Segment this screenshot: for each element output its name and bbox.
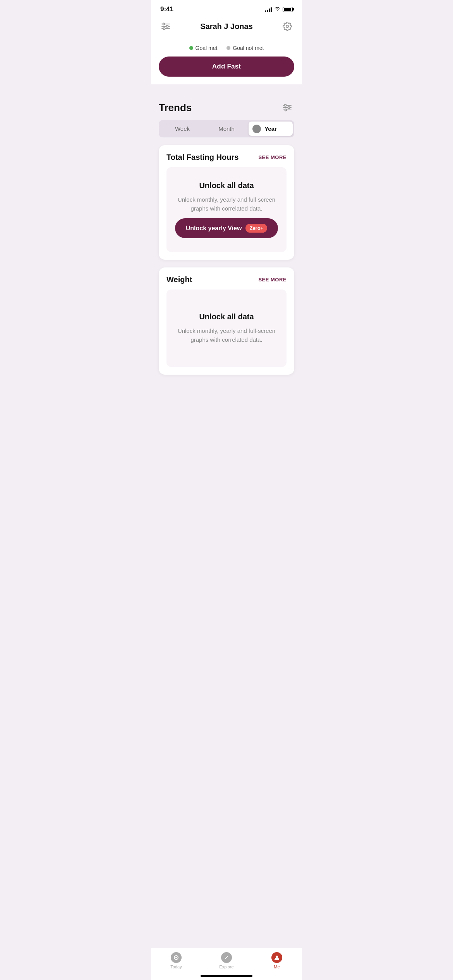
svg-point-4: [166, 26, 168, 27]
weight-card: Weight SEE MORE Unlock all data Unlock m…: [159, 267, 294, 375]
trends-section: Trends Week Month: [151, 93, 302, 375]
filter-icon[interactable]: [159, 19, 173, 33]
goal-met-dot: [189, 46, 193, 50]
tab-month[interactable]: Month: [204, 122, 249, 136]
unlock-btn-label: Unlock yearly View: [186, 225, 242, 232]
total-fasting-unlock-title: Unlock all data: [199, 181, 254, 190]
trends-title: Trends: [159, 102, 192, 114]
goal-met-label: Goal met: [196, 45, 218, 51]
svg-point-9: [285, 105, 287, 106]
status-bar: 9:41: [151, 0, 302, 16]
trends-filter-icon[interactable]: [280, 101, 294, 115]
tab-active-indicator: [252, 125, 261, 133]
tab-year[interactable]: Year: [249, 122, 293, 136]
weight-see-more[interactable]: SEE MORE: [258, 277, 287, 283]
total-fasting-unlock-panel: Unlock all data Unlock monthly, yearly a…: [166, 167, 287, 252]
trends-header: Trends: [159, 101, 294, 115]
weight-header: Weight SEE MORE: [166, 275, 287, 284]
top-card: Goal met Goal not met Add Fast: [151, 39, 302, 84]
total-fasting-see-more[interactable]: SEE MORE: [258, 154, 287, 160]
tab-month-label: Month: [218, 125, 235, 132]
goal-not-met-legend: Goal not met: [226, 45, 264, 51]
total-fasting-card: Total Fasting Hours SEE MORE Unlock all …: [159, 145, 294, 260]
status-time: 9:41: [160, 5, 173, 13]
header: Sarah J Jonas: [151, 16, 302, 39]
weight-unlock-title: Unlock all data: [199, 312, 254, 321]
tab-week-label: Week: [175, 125, 190, 132]
section-gap: [151, 88, 302, 93]
weight-title: Weight: [166, 275, 192, 284]
total-fasting-title: Total Fasting Hours: [166, 153, 239, 162]
weight-unlock-desc: Unlock monthly, yearly and full-screen g…: [174, 327, 279, 344]
unlock-yearly-view-button[interactable]: Unlock yearly View Zero+: [175, 218, 278, 238]
signal-icon: [265, 7, 272, 12]
gear-icon[interactable]: [280, 19, 294, 33]
wifi-icon: [274, 6, 280, 12]
tab-week[interactable]: Week: [160, 122, 204, 136]
goal-not-met-dot: [226, 46, 230, 50]
tab-selector: Week Month Year: [159, 120, 294, 137]
goal-legend: Goal met Goal not met: [159, 45, 294, 51]
svg-point-5: [163, 28, 165, 30]
goal-met-legend: Goal met: [189, 45, 218, 51]
battery-icon: [283, 7, 293, 12]
add-fast-button[interactable]: Add Fast: [159, 57, 294, 77]
total-fasting-unlock-desc: Unlock monthly, yearly and full-screen g…: [174, 195, 279, 213]
svg-point-11: [285, 109, 287, 111]
tab-year-label: Year: [264, 125, 277, 132]
total-fasting-header: Total Fasting Hours SEE MORE: [166, 153, 287, 162]
header-title: Sarah J Jonas: [200, 22, 253, 31]
svg-point-10: [288, 107, 290, 109]
svg-point-3: [163, 23, 165, 25]
weight-unlock-panel: Unlock all data Unlock monthly, yearly a…: [166, 290, 287, 367]
goal-not-met-label: Goal not met: [233, 45, 264, 51]
zero-plus-badge: Zero+: [245, 224, 267, 233]
status-icons: [265, 6, 293, 12]
